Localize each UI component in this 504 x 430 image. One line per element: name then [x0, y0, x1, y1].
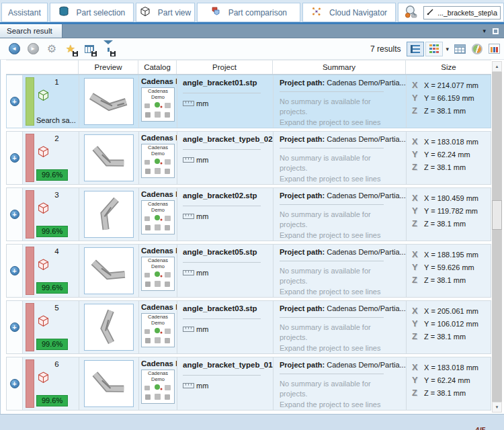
project-path-label: Project path:	[280, 361, 325, 369]
scrollbar-track[interactable]	[492, 72, 502, 402]
scrollbar-thumb[interactable]	[492, 200, 502, 230]
header-blank	[6, 60, 79, 74]
part-glyph-icon	[427, 8, 434, 17]
tab-search-result[interactable]: Search result	[0, 24, 62, 38]
project-path-value: Cadenas Demo/Partia...	[325, 304, 405, 312]
save-favorite-button[interactable]: ★	[63, 42, 78, 56]
search-query-combobox[interactable]: ..._brackets_step\a	[423, 6, 501, 19]
scroll-down-button[interactable]: ▼	[492, 402, 502, 413]
catalog-thumbnail[interactable]: Cadenas Demo	[141, 87, 175, 122]
ruler-icon	[183, 214, 194, 219]
panel-menu-dropdown-icon[interactable]: ▾	[482, 28, 486, 34]
table-row[interactable]: + 5 99.6%	[6, 300, 491, 354]
catalog-thumbnail[interactable]: Cadenas Demo	[141, 370, 175, 404]
results-table: Preview Catalog Project Summary Size + 1	[0, 60, 504, 414]
header-summary[interactable]: Summary	[273, 60, 406, 74]
tab-cloud-navigator[interactable]: Cloud Navigator	[302, 3, 396, 22]
summary-note: Expand the project to see lines	[280, 343, 400, 353]
catalog-thumbnail[interactable]: Cadenas Demo	[141, 257, 175, 291]
forward-button[interactable]: ►	[26, 42, 40, 56]
vertical-scrollbar[interactable]: ▲ ▼	[492, 61, 502, 413]
view-options-dropdown-icon[interactable]: ▾	[446, 46, 449, 52]
header-catalog[interactable]: Catalog	[138, 60, 177, 74]
tab-part-view[interactable]: Part view	[136, 3, 195, 22]
match-bar	[26, 359, 34, 408]
tab-part-selection[interactable]: Part selection	[50, 3, 134, 22]
list-view-button[interactable]	[407, 42, 424, 56]
row-index: 5	[36, 303, 77, 312]
export-table-button[interactable]	[82, 42, 97, 56]
header-project[interactable]: Project	[177, 60, 273, 74]
size-z-value: Z = 38.1 mm	[424, 107, 466, 115]
summary-cell: Project path: Cadenas Demo/Partia... No …	[274, 245, 407, 297]
globe-icon[interactable]	[472, 44, 482, 54]
search-result-tab-label: Search result	[7, 27, 52, 35]
float-window-icon[interactable]	[493, 28, 499, 34]
expand-cell: +	[7, 75, 23, 128]
part-preview-image[interactable]	[84, 360, 134, 407]
table-row[interactable]: + 6 99.6%	[6, 357, 491, 411]
ruler-icon	[183, 101, 194, 106]
thumbnail-view-button[interactable]	[425, 42, 443, 56]
axis-x-icon: X	[412, 194, 421, 202]
panel-title-bar: Search result ▾	[0, 24, 504, 38]
tab-assistant-label: Assistant	[8, 8, 41, 17]
expand-row-button[interactable]: +	[10, 379, 19, 388]
back-button[interactable]: ◄	[7, 42, 22, 56]
expand-row-button[interactable]: +	[10, 210, 19, 219]
table-row[interactable]: + 2 99.6%	[6, 131, 491, 185]
catalog-name: Cadenas D	[141, 359, 176, 368]
summary-cell: Project path: Cadenas Demo/Partia... No …	[274, 75, 407, 128]
project-cell: angle_bracket_typeb_02.stp mm	[177, 132, 274, 184]
axis-y-icon: Y	[412, 206, 421, 215]
header-preview[interactable]: Preview	[79, 60, 138, 74]
size-x-value: X = 214.077 mm	[424, 81, 478, 89]
table-view-icon[interactable]	[454, 44, 466, 54]
project-path-value: Cadenas Demo/Partia...	[325, 248, 405, 256]
part-preview-image[interactable]	[84, 191, 134, 238]
tab-part-comparison[interactable]: Part comparison	[197, 3, 300, 22]
size-z-value: Z = 38.1 mm	[424, 220, 466, 228]
expand-row-button[interactable]: +	[10, 153, 19, 163]
catalog-thumbnail[interactable]: Cadenas Demo	[141, 313, 175, 347]
tab-assistant[interactable]: Assistant	[1, 3, 48, 22]
axis-x-icon: X	[412, 363, 421, 372]
project-path-label: Project path:	[280, 191, 325, 200]
table-row[interactable]: + 4 99.6%	[6, 244, 491, 298]
expand-row-button[interactable]: +	[10, 322, 19, 332]
preview-cell	[79, 188, 139, 241]
part-cube-icon	[38, 146, 77, 159]
expand-row-button[interactable]: +	[10, 97, 19, 106]
catalog-parts-collage	[143, 214, 173, 232]
preview-cell	[79, 301, 139, 353]
save-filter-button[interactable]	[101, 42, 116, 56]
expand-row-button[interactable]: +	[10, 266, 19, 275]
table-row[interactable]: + 1 Search sa...	[6, 75, 491, 128]
summary-note: Expand the project to see lines	[280, 400, 400, 410]
size-x-value: X = 180.459 mm	[424, 194, 478, 202]
catalog-thumbnail[interactable]: Cadenas Demo	[141, 144, 175, 178]
table-row[interactable]: + 3 99.6%	[6, 187, 491, 241]
summary-cell: Project path: Cadenas Demo/Partia... No …	[274, 301, 407, 353]
header-size[interactable]: Size	[406, 60, 491, 74]
divider	[280, 261, 384, 261]
size-x-value: X = 183.018 mm	[424, 138, 478, 146]
tab-cloud-navigator-label: Cloud Navigator	[329, 8, 387, 17]
row-index: 4	[36, 247, 77, 255]
statistics-icon[interactable]	[489, 44, 500, 54]
part-preview-image[interactable]	[84, 78, 134, 125]
catalog-thumbnail[interactable]: Cadenas Demo	[141, 200, 175, 234]
axis-y-icon: Y	[412, 376, 421, 384]
geometric-search-icon	[404, 5, 418, 20]
part-preview-image[interactable]	[84, 134, 134, 181]
scroll-up-button[interactable]: ▲	[492, 61, 502, 72]
part-preview-image[interactable]	[84, 304, 134, 351]
axis-x-icon: X	[412, 81, 421, 89]
part-preview-image[interactable]	[84, 247, 134, 294]
project-name: angle_bracket05.stp	[183, 248, 267, 256]
match-bar	[26, 303, 34, 351]
project-path-value: Cadenas Demo/Partia...	[325, 135, 405, 143]
project-name: angle_bracket03.stp	[183, 304, 267, 312]
settings-button[interactable]: ⚙	[44, 42, 59, 56]
summary-note: Expand the project to see lines	[280, 287, 400, 297]
